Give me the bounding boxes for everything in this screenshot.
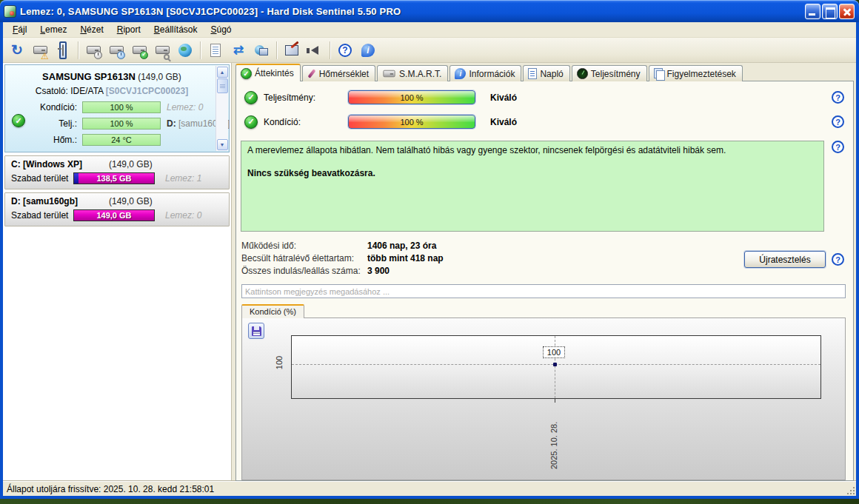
chart-data-point [553, 363, 557, 366]
tab-performance[interactable]: Teljesítmény [572, 65, 647, 81]
chart-tab-condition[interactable]: Kondíció (%) [241, 304, 304, 318]
help-icon[interactable]: ? [832, 253, 844, 266]
interface-value: IDE/ATA [70, 86, 103, 96]
toolbar-separator [200, 41, 201, 59]
network-icon [255, 45, 268, 56]
app-icon [4, 5, 16, 18]
performance-label: Teljesítmény: [258, 93, 348, 103]
temperature-minibar: 24 °C [82, 134, 161, 146]
history-chart-section: Kondíció (%) 100 100 [241, 304, 846, 480]
disk-ok-status-button[interactable]: ✓ [128, 40, 150, 61]
disk-sidebar: SAMSUNG SP1613N (149,0 GB) Csatoló: IDE/… [3, 63, 232, 481]
disk-surface-test-icon [156, 46, 170, 54]
scroll-down-icon[interactable]: ▼ [217, 139, 228, 150]
tab-log[interactable]: Napló [523, 65, 569, 81]
chart-y-tick-label: 100 [275, 353, 284, 372]
tab-temperature[interactable]: Hőmérséklet [302, 65, 375, 81]
resize-grip[interactable] [846, 485, 855, 495]
menu-disk[interactable]: Lemez [33, 23, 73, 36]
sync-info-button[interactable]: ⇄ [227, 40, 250, 61]
sounds-button[interactable] [304, 40, 326, 61]
report-button[interactable] [204, 40, 227, 61]
comment-input[interactable] [241, 284, 846, 298]
network-disk-icon [178, 44, 192, 57]
help-icon: ? [338, 44, 352, 57]
interface-label: Csatoló: [36, 86, 68, 96]
disk-extended-test-button[interactable] [105, 40, 127, 61]
disk-size: (149,0 GB) [138, 72, 181, 82]
sidebar-scrollbar[interactable]: ▲ ▼ [215, 66, 228, 151]
disk-display-button[interactable] [52, 40, 74, 61]
network-disk-button[interactable] [174, 40, 196, 61]
refresh-icon: ↻ [11, 43, 23, 57]
menu-settings[interactable]: Beállítások [147, 23, 204, 36]
sync-icon: ⇄ [233, 44, 244, 56]
scroll-up-icon[interactable]: ▲ [217, 67, 228, 78]
help-button[interactable]: ? [334, 40, 356, 61]
performance-rating: Kiváló [490, 93, 517, 103]
disk-warning-button[interactable]: ⚠ [29, 40, 51, 61]
disk-interface: Csatoló: IDE/ATA [S0CVJ1CPC00023] [11, 86, 213, 96]
chart-point-label: 100 [543, 346, 565, 358]
help-icon[interactable]: ? [832, 91, 844, 104]
toolbar-separator [276, 41, 277, 59]
disk-number-note: Lemez: 1 [165, 173, 201, 184]
minimize-button[interactable] [805, 4, 820, 19]
chart-save-button[interactable] [248, 323, 264, 339]
save-floppy-icon [252, 326, 261, 336]
menu-report[interactable]: Riport [110, 23, 147, 36]
menu-help[interactable]: Súgó [204, 23, 238, 36]
report-icon [210, 44, 221, 57]
about-button[interactable]: i [357, 40, 379, 61]
disk-quick-test-button[interactable] [82, 40, 104, 61]
report-designer-button[interactable] [281, 40, 303, 61]
disk-surface-test-button[interactable] [151, 40, 173, 61]
lifetime-stats-row: Működési idő: 1406 nap, 23 óra Becsült h… [241, 239, 853, 277]
titlebar[interactable]: Lemez: 0, SAMSUNG SP1613N [S0CVJ1CPC0002… [0, 0, 859, 22]
partition-size: (149,0 GB) [109, 159, 153, 169]
disk-status-textbox: A merevlemez állapota hibátlan. Nem talá… [241, 141, 824, 232]
status-text-row: A merevlemez állapota hibátlan. Nem talá… [241, 141, 853, 232]
maximize-button[interactable] [822, 4, 838, 19]
disk-summary-panel[interactable]: SAMSUNG SP1613N (149,0 GB) Csatoló: IDE/… [4, 64, 230, 152]
disk-serial: [S0CVJ1CPC00023] [106, 86, 188, 96]
speaker-icon [311, 46, 318, 55]
ok-check-icon: ✓ [244, 91, 258, 104]
statusbar: Állapot utoljára frissítve: 2025. 10. 28… [3, 481, 856, 496]
partition-c-panel[interactable]: C: [Windows XP] (149,0 GB) Szabad terüle… [4, 155, 230, 189]
stat-start-stop-count: Összes indulás/leállás száma: 3 900 [241, 264, 744, 277]
window-title: Lemez: 0, SAMSUNG SP1613N [S0CVJ1CPC0002… [20, 6, 805, 17]
menu-file[interactable]: Fájl [6, 23, 33, 36]
free-space-bar: 138,5 GB [73, 172, 155, 184]
help-icon[interactable]: ? [832, 141, 844, 153]
scroll-thumb[interactable] [217, 78, 228, 93]
toolbar-separator [330, 41, 330, 59]
main-tabbar: ✓ Áttekintés Hőmérséklet S.M.A.R.T. i In… [235, 64, 854, 81]
network-status-button[interactable] [250, 40, 273, 61]
menu-view[interactable]: Nézet [73, 23, 110, 36]
performance-minibar: 100 % [82, 118, 161, 130]
health-row: ✓ Kondíció: 100 % Kiváló ? [236, 110, 853, 134]
partition-d-panel[interactable]: D: [samu160gb] (149,0 GB) Szabad terület… [4, 192, 230, 226]
gauge-icon [577, 68, 588, 79]
health-minibar: 100 % [82, 101, 161, 113]
tab-alerts[interactable]: Figyelmeztetések [649, 65, 743, 81]
refresh-button[interactable]: ↻ [6, 40, 28, 61]
temperature-label: Hőm.: [11, 135, 82, 145]
tab-smart[interactable]: S.M.A.R.T. [377, 65, 448, 81]
free-space-label: Szabad terület [11, 173, 73, 184]
retest-button[interactable]: Újratesztelés [744, 251, 826, 268]
status-text-line2: Nincs szükség beavatkozásra. [247, 168, 818, 178]
overview-tab-content: ✓ Teljesítmény: 100 % Kiváló ? ✓ Kondíci… [235, 81, 854, 481]
help-icon[interactable]: ? [832, 115, 844, 128]
disk-icon [383, 70, 395, 77]
close-button[interactable] [839, 4, 855, 19]
tab-information[interactable]: i Információk [449, 65, 521, 81]
tab-overview[interactable]: ✓ Áttekintés [235, 64, 301, 81]
disk-title: SAMSUNG SP1613N (149,0 GB) [11, 71, 213, 82]
health-label: Kondíció: [11, 102, 82, 112]
chart-panel: 100 100 2025. 10. 28. [241, 317, 846, 480]
info-icon: i [361, 44, 375, 57]
pages-icon [654, 68, 664, 79]
disk-display-icon [59, 41, 67, 59]
